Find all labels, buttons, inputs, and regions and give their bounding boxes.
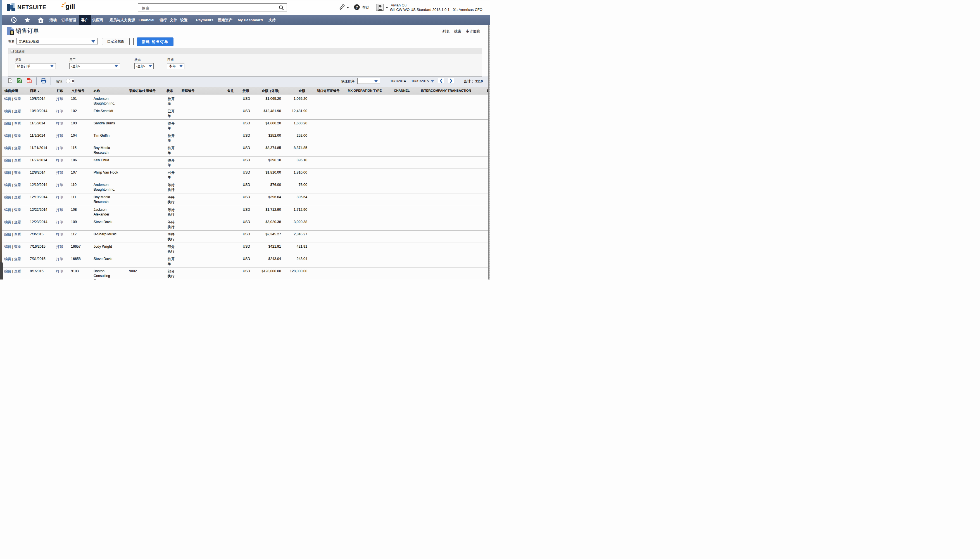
svg-text:?: ? — [356, 5, 358, 10]
